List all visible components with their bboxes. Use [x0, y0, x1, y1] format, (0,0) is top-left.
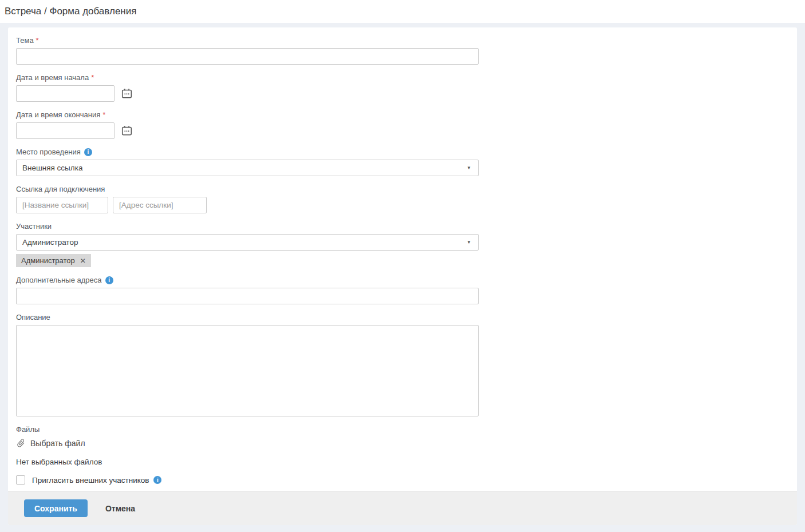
- required-asterisk: *: [102, 111, 105, 119]
- start-datetime-row: [16, 85, 789, 102]
- form-footer: Сохранить Отмена: [8, 491, 797, 525]
- field-connection-link: Ссылка для подключения: [16, 185, 789, 213]
- files-label: Файлы: [16, 426, 789, 434]
- additional-addresses-input[interactable]: [16, 288, 479, 304]
- required-asterisk: *: [91, 74, 94, 82]
- files-label-text: Файлы: [16, 426, 40, 434]
- end-datetime-label: Дата и время окончания *: [16, 111, 789, 119]
- field-start-datetime: Дата и время начала *: [16, 74, 789, 102]
- chevron-down-icon: ▼: [467, 240, 471, 245]
- participants-select[interactable]: Администратор ▼: [16, 234, 479, 251]
- invite-external-checkbox[interactable]: [16, 475, 25, 485]
- page-header: Встреча / Форма добавления: [0, 0, 805, 23]
- connection-link-label: Ссылка для подключения: [16, 185, 789, 193]
- participant-chip-label: Администратор: [21, 256, 75, 265]
- topic-input[interactable]: [16, 48, 479, 65]
- field-topic: Тема *: [16, 37, 789, 65]
- chevron-down-icon: ▼: [467, 166, 471, 170]
- page-title: Встреча / Форма добавления: [5, 6, 136, 17]
- connection-link-row: [16, 197, 789, 213]
- info-icon[interactable]: i: [153, 476, 161, 484]
- field-description: Описание: [16, 313, 789, 416]
- end-datetime-input[interactable]: [16, 122, 115, 139]
- end-datetime-label-text: Дата и время окончания: [16, 111, 100, 119]
- choose-file-button[interactable]: Выбрать файл: [16, 438, 85, 448]
- no-files-text: Нет выбранных файлов: [16, 458, 789, 466]
- end-datetime-row: [16, 122, 789, 139]
- description-label: Описание: [16, 313, 789, 321]
- invite-external-label: Пригласить внешних участников: [32, 476, 149, 485]
- participant-chip: Администратор ✕: [16, 254, 91, 267]
- start-datetime-input[interactable]: [16, 85, 115, 102]
- participants-selected-value: Администратор: [22, 238, 78, 247]
- cancel-button[interactable]: Отмена: [105, 504, 135, 513]
- participants-label: Участники: [16, 223, 789, 231]
- location-label-text: Место проведения: [16, 148, 81, 156]
- choose-file-label: Выбрать файл: [30, 439, 85, 448]
- required-asterisk: *: [36, 37, 39, 45]
- description-label-text: Описание: [16, 313, 50, 321]
- participants-label-text: Участники: [16, 223, 52, 231]
- start-datetime-label: Дата и время начала *: [16, 74, 789, 82]
- field-files: Файлы Выбрать файл Нет выбранных файлов …: [16, 426, 789, 485]
- link-name-input[interactable]: [16, 197, 108, 213]
- topic-label-text: Тема: [16, 37, 34, 45]
- form-body: Тема * Дата и время начала *: [8, 27, 797, 491]
- link-url-input[interactable]: [113, 197, 207, 213]
- calendar-icon: [121, 88, 132, 99]
- description-textarea[interactable]: [16, 325, 479, 416]
- info-icon[interactable]: i: [105, 276, 113, 284]
- start-datetime-calendar-button[interactable]: [121, 88, 132, 100]
- start-datetime-label-text: Дата и время начала: [16, 74, 89, 82]
- meeting-add-form-card: Тема * Дата и время начала *: [8, 27, 797, 525]
- location-selected-value: Внешняя ссылка: [22, 164, 82, 172]
- calendar-icon: [121, 125, 132, 136]
- connection-link-label-text: Ссылка для подключения: [16, 185, 105, 193]
- invite-external-row: Пригласить внешних участников i: [16, 475, 789, 485]
- additional-addresses-label: Дополнительные адреса i: [16, 276, 789, 284]
- field-end-datetime: Дата и время окончания *: [16, 111, 789, 139]
- close-icon[interactable]: ✕: [80, 257, 86, 264]
- location-select[interactable]: Внешняя ссылка ▼: [16, 160, 479, 176]
- location-label: Место проведения i: [16, 148, 789, 156]
- field-location: Место проведения i Внешняя ссылка ▼: [16, 148, 789, 176]
- save-button[interactable]: Сохранить: [24, 499, 88, 517]
- topic-label: Тема *: [16, 37, 789, 45]
- end-datetime-calendar-button[interactable]: [121, 125, 132, 137]
- additional-addresses-label-text: Дополнительные адреса: [16, 276, 102, 284]
- field-participants: Участники Администратор ▼ Администратор …: [16, 223, 789, 267]
- info-icon[interactable]: i: [84, 148, 92, 156]
- paperclip-icon: [16, 438, 26, 448]
- field-additional-addresses: Дополнительные адреса i: [16, 276, 789, 304]
